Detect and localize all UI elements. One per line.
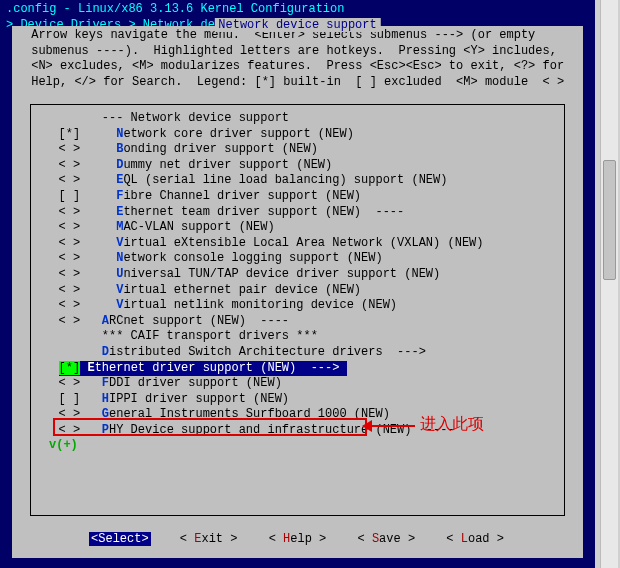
menu-item[interactable]: < > MAC-VLAN support (NEW) [35, 220, 560, 236]
menu-item[interactable]: < > Virtual netlink monitoring device (N… [35, 298, 560, 314]
scrollbar-thumb[interactable] [603, 160, 616, 280]
menu-item[interactable]: [ ] Fibre Channel driver support (NEW) [35, 189, 560, 205]
menu-item[interactable]: < > FDDI driver support (NEW) [35, 376, 560, 392]
menu-item[interactable]: [ ] HIPPI driver support (NEW) [35, 392, 560, 408]
menu-item[interactable]: < > Virtual eXtensible Local Area Networ… [35, 236, 560, 252]
menu-item[interactable]: [*] Ethernet driver support (NEW) ---> [35, 361, 560, 377]
save-button[interactable]: < Save > [356, 532, 418, 546]
menu-item[interactable]: < > PHY Device support and infrastructur… [35, 423, 560, 439]
menu-item[interactable]: < > Virtual ethernet pair device (NEW) [35, 283, 560, 299]
terminal-window: .config - Linux/x86 3.13.6 Kernel Config… [0, 0, 595, 568]
menu-item[interactable]: < > General Instruments Surfboard 1000 (… [35, 407, 560, 423]
menu-item[interactable]: < > Universal TUN/TAP device driver supp… [35, 267, 560, 283]
menu-item[interactable]: --- Network device support [35, 111, 560, 127]
dialog-box: Network device support Arrow keys naviga… [12, 26, 583, 558]
load-button[interactable]: < Load > [444, 532, 506, 546]
menu-item[interactable]: Distributed Switch Architecture drivers … [35, 345, 560, 361]
menu-list-box: --- Network device support [*] Network c… [30, 104, 565, 516]
menu-item[interactable]: < > Dummy net driver support (NEW) [35, 158, 560, 174]
menu-item[interactable]: *** CAIF transport drivers *** [35, 329, 560, 345]
menu-item[interactable]: < > ARCnet support (NEW) ---- [35, 314, 560, 330]
select-button[interactable]: <Select> [89, 532, 151, 546]
menu-item[interactable]: < > EQL (serial line load balancing) sup… [35, 173, 560, 189]
menu-item[interactable]: < > Network console logging support (NEW… [35, 251, 560, 267]
window-title: .config - Linux/x86 3.13.6 Kernel Config… [0, 0, 595, 18]
more-indicator: v(+) [35, 438, 560, 452]
button-bar: <Select> < Exit > < Help > < Save > < Lo… [12, 532, 583, 546]
menu-item[interactable]: < > Ethernet team driver support (NEW) -… [35, 205, 560, 221]
section-title: Network device support [214, 18, 380, 32]
help-text: Arrow keys navigate the menu. <Enter> se… [12, 26, 583, 90]
exit-button[interactable]: < Exit > [178, 532, 240, 546]
vertical-scrollbar[interactable] [600, 0, 618, 568]
menu-item[interactable]: [*] Network core driver support (NEW) [35, 127, 560, 143]
menu-item[interactable]: < > Bonding driver support (NEW) [35, 142, 560, 158]
menu-list[interactable]: --- Network device support [*] Network c… [35, 111, 560, 438]
help-button[interactable]: < Help > [267, 532, 329, 546]
